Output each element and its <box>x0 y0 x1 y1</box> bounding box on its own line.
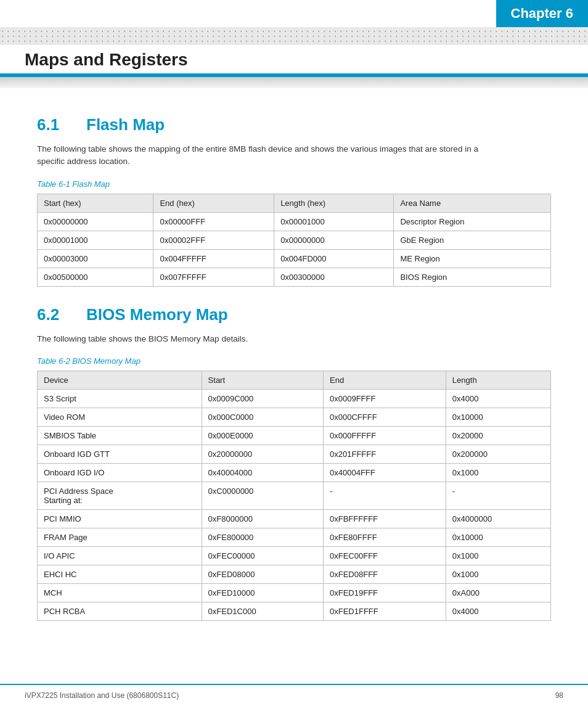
table-cell: 0xFED19FFF <box>324 583 446 602</box>
table-row: FRAM Page0xFE8000000xFE80FFFF0x10000 <box>38 528 551 546</box>
table-row: 0x005000000x007FFFFF0x00300000BIOS Regio… <box>38 268 551 286</box>
table-cell: 0xFED1FFFF <box>324 602 446 620</box>
section-6-2-body: The following table shows the BIOS Memor… <box>37 333 499 345</box>
table-cell: 0x0009C000 <box>202 389 323 408</box>
table-cell: 0xFED1C000 <box>202 602 323 620</box>
table-cell: 0x00001000 <box>38 231 153 249</box>
section-6-2-title: BIOS Memory Map <box>86 305 228 324</box>
table-cell: 0x000E0000 <box>202 426 323 445</box>
table-cell: PCI MMIO <box>38 509 202 528</box>
table-cell: 0xFED10000 <box>202 583 323 602</box>
table-cell: 0xFED08FFF <box>324 565 446 583</box>
table-cell: - <box>446 482 550 509</box>
footer-right: 98 <box>555 691 563 700</box>
table-cell: 0x004FFFFF <box>153 249 274 268</box>
table-cell: 0x00300000 <box>274 268 394 286</box>
chapter-label: Chapter 6 <box>496 0 588 27</box>
table-cell: 0x201FFFFF <box>324 445 446 463</box>
table-cell: 0x004FD000 <box>274 249 394 268</box>
table-row: PCI MMIO0xF80000000xFBFFFFFF0x4000000 <box>38 509 551 528</box>
dot-line-3 <box>0 39 588 43</box>
table-cell: 0x000C0000 <box>202 408 323 426</box>
table-6-2-col-4: Length <box>446 371 550 389</box>
table-row: EHCI HC0xFED080000xFED08FFF0x1000 <box>38 565 551 583</box>
table-cell: 0x1000 <box>446 463 550 482</box>
table-6-2-col-1: Device <box>38 371 202 389</box>
table-6-2-caption: Table 6-2 BIOS Memory Map <box>37 356 551 366</box>
table-cell: 0x00000000 <box>274 231 394 249</box>
table-6-2-col-3: End <box>324 371 446 389</box>
table-cell: 0x40004FFF <box>324 463 446 482</box>
table-cell: 0x4000 <box>446 389 550 408</box>
header-top: Chapter 6 <box>0 0 588 27</box>
table-cell: ME Region <box>394 249 551 268</box>
table-cell: 0x1000 <box>446 565 550 583</box>
table-cell: Video ROM <box>38 408 202 426</box>
header-pattern <box>0 27 588 45</box>
table-cell: 0x200000 <box>446 445 550 463</box>
table-6-1: Start (hex) End (hex) Length (hex) Area … <box>37 194 551 287</box>
table-cell: GbE Region <box>394 231 551 249</box>
table-row: S3 Script0x0009C0000x0009FFFF0x4000 <box>38 389 551 408</box>
table-row: SMBIOS Table0x000E00000x000FFFFF0x20000 <box>38 426 551 445</box>
table-row: I/O APIC0xFEC000000xFEC00FFF0x1000 <box>38 546 551 565</box>
table-cell: 0x00500000 <box>38 268 153 286</box>
table-cell: 0x4000 <box>446 602 550 620</box>
table-row: Onboard IGD GTT0x200000000x201FFFFF0x200… <box>38 445 551 463</box>
footer: iVPX7225 Installation and Use (6806800S1… <box>0 684 588 706</box>
table-cell: 0x4000000 <box>446 509 550 528</box>
table-cell: 0x00002FFF <box>153 231 274 249</box>
table-cell: Descriptor Region <box>394 212 551 231</box>
page-title: Maps and Registers <box>0 50 588 70</box>
table-6-1-col-4: Area Name <box>394 194 551 212</box>
table-row: 0x000010000x00002FFF0x00000000GbE Region <box>38 231 551 249</box>
table-cell: 0x000FFFFF <box>324 426 446 445</box>
table-cell: 0xFED08000 <box>202 565 323 583</box>
table-cell: Onboard IGD GTT <box>38 445 202 463</box>
table-cell: 0x0009FFFF <box>324 389 446 408</box>
table-cell: PCI Address SpaceStarting at: <box>38 482 202 509</box>
section-6-2-heading: 6.2 BIOS Memory Map <box>37 305 551 324</box>
table-cell: SMBIOS Table <box>38 426 202 445</box>
table-cell: 0x20000 <box>446 426 550 445</box>
section-6-1-heading: 6.1 Flash Map <box>37 115 551 134</box>
footer-left: iVPX7225 Installation and Use (6806800S1… <box>25 691 179 700</box>
table-cell: 0xFBFFFFFF <box>324 509 446 528</box>
gray-bar <box>0 77 588 88</box>
table-6-2-header-row: Device Start End Length <box>38 371 551 389</box>
table-cell: 0x00000000 <box>38 212 153 231</box>
section-6-2-number: 6.2 <box>37 305 74 324</box>
table-cell: EHCI HC <box>38 565 202 583</box>
table-cell: 0x00003000 <box>38 249 153 268</box>
table-cell: 0x40004000 <box>202 463 323 482</box>
title-section: Maps and Registers <box>0 45 588 70</box>
table-cell: - <box>324 482 446 509</box>
section-6-1-title: Flash Map <box>86 115 165 134</box>
section-6-1-body: The following table shows the mapping of… <box>37 143 499 168</box>
table-row: Video ROM0x000C00000x000CFFFF0x10000 <box>38 408 551 426</box>
table-cell: 0xF8000000 <box>202 509 323 528</box>
table-6-2: Device Start End Length S3 Script0x0009C… <box>37 371 551 621</box>
table-cell: 0x000CFFFF <box>324 408 446 426</box>
main-content: 6.1 Flash Map The following table shows … <box>0 88 588 676</box>
table-row: 0x000000000x00000FFF0x00001000Descriptor… <box>38 212 551 231</box>
table-cell: 0x1000 <box>446 546 550 565</box>
table-row: Onboard IGD I/O0x400040000x40004FFF0x100… <box>38 463 551 482</box>
dot-line-1 <box>0 29 588 33</box>
table-cell: 0xFEC00FFF <box>324 546 446 565</box>
table-cell: 0x10000 <box>446 528 550 546</box>
table-cell: BIOS Region <box>394 268 551 286</box>
table-cell: 0x00001000 <box>274 212 394 231</box>
dot-line-2 <box>0 34 588 38</box>
table-cell: 0xFEC00000 <box>202 546 323 565</box>
table-6-1-col-1: Start (hex) <box>38 194 153 212</box>
table-cell: MCH <box>38 583 202 602</box>
table-cell: 0xC0000000 <box>202 482 323 509</box>
table-cell: 0xFE80FFFF <box>324 528 446 546</box>
section-6-1-number: 6.1 <box>37 115 74 134</box>
table-cell: 0x10000 <box>446 408 550 426</box>
table-6-2-col-2: Start <box>202 371 323 389</box>
table-cell: 0x00000FFF <box>153 212 274 231</box>
table-cell: 0xA000 <box>446 583 550 602</box>
table-6-1-col-2: End (hex) <box>153 194 274 212</box>
